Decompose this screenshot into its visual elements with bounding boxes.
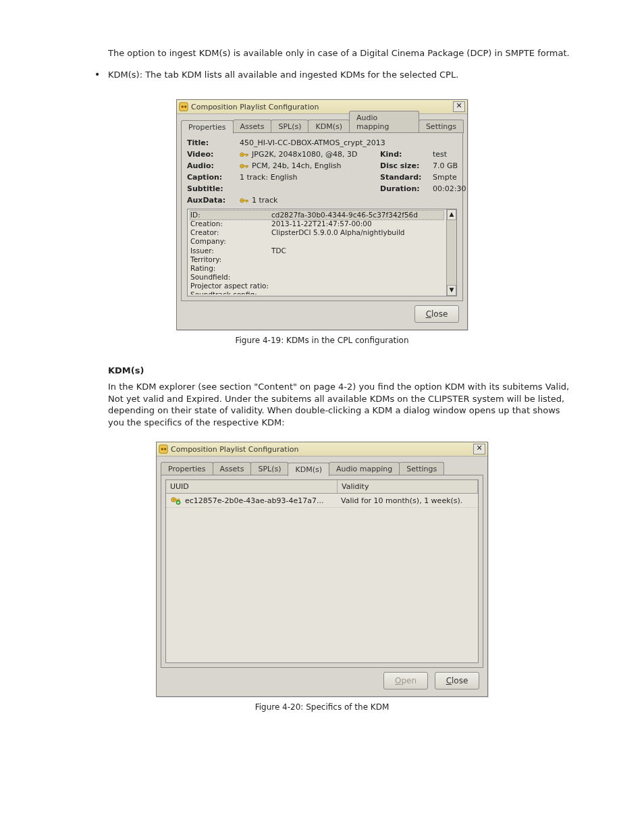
- metadata-row[interactable]: Company:: [190, 237, 444, 246]
- value-caption: 1 track: English: [240, 173, 375, 182]
- metadata-value: [271, 282, 444, 290]
- label-title: Title:: [187, 138, 234, 147]
- kdm-uuid: ec12857e-2b0e-43ae-ab93-4e17a7...: [185, 496, 337, 505]
- key-icon: [240, 162, 249, 170]
- tab-audio-mapping[interactable]: Audio mapping: [329, 462, 400, 475]
- value-audio-text: PCM, 24b, 14ch, English: [252, 161, 342, 170]
- metadata-row[interactable]: Creator: ClipsterDCI 5.9.0.0 Alpha/night…: [190, 228, 444, 237]
- tab-spls[interactable]: SPL(s): [250, 462, 288, 475]
- metadata-row[interactable]: Territory:: [190, 255, 444, 264]
- label-auxdata: AuxData:: [187, 196, 234, 205]
- label-kind: Kind:: [380, 150, 427, 159]
- kdm-valid-icon: [170, 496, 181, 505]
- metadata-label: Creator:: [190, 228, 271, 237]
- open-button[interactable]: Open: [383, 672, 428, 689]
- metadata-listbox[interactable]: ID: cd2827fa-30b0-4344-9c46-5c37f342f56d…: [187, 209, 457, 296]
- metadata-value: [271, 255, 444, 264]
- metadata-label: Projector aspect ratio:: [190, 282, 271, 290]
- label-video: Video:: [187, 150, 234, 159]
- dialog2-close-icon[interactable]: ✕: [473, 444, 485, 454]
- metadata-label: ID:: [190, 211, 271, 219]
- metadata-value: cd2827fa-30b0-4344-9c46-5c37f342f56d: [271, 211, 444, 219]
- metadata-value: 2013-11-22T21:47:57-00:00: [271, 219, 444, 228]
- metadata-row[interactable]: Soundtrack config:: [190, 290, 444, 294]
- dialog1-titlebar: Composition Playlist Configuration ✕: [177, 100, 467, 114]
- kdm-paragraph: In the KDM explorer (see section "Conten…: [108, 381, 576, 428]
- close-button[interactable]: Close: [435, 672, 479, 689]
- metadata-value: [271, 273, 444, 282]
- label-duration: Duration:: [380, 184, 427, 193]
- dialog-cpl-config-kdms: Composition Playlist Configuration ✕ Pro…: [156, 442, 488, 697]
- tab-kdms[interactable]: KDM(s): [288, 463, 329, 476]
- dialog2-title: Composition Playlist Configuration: [171, 445, 471, 454]
- tab-spls[interactable]: SPL(s): [271, 120, 308, 133]
- tab-properties[interactable]: Properties: [161, 462, 213, 475]
- app-icon: [179, 102, 188, 111]
- bullet-kdm: • KDM(s): The tab KDM lists all availabl…: [95, 69, 576, 81]
- value-discsize: 7.0 GB: [433, 161, 487, 170]
- label-discsize: Disc size:: [380, 161, 427, 170]
- value-video-text: JPG2K, 2048x1080, @48, 3D: [252, 150, 358, 159]
- metadata-row[interactable]: ID: cd2827fa-30b0-4344-9c46-5c37f342f56d: [190, 211, 444, 219]
- tab-assets[interactable]: Assets: [213, 462, 252, 475]
- tab-settings[interactable]: Settings: [419, 120, 464, 133]
- bullet-dot: •: [95, 69, 108, 81]
- metadata-label: Rating:: [190, 264, 271, 273]
- value-standard: Smpte: [433, 173, 487, 182]
- kdm-heading: KDM(s): [108, 365, 576, 375]
- close-button[interactable]: Close: [414, 305, 459, 323]
- column-uuid[interactable]: UUID: [166, 480, 338, 493]
- metadata-label: Territory:: [190, 255, 271, 264]
- bullet-text: KDM(s): The tab KDM lists all available …: [108, 69, 576, 81]
- dialog1-tabbar: Properties Assets SPL(s) KDM(s) Audio ma…: [181, 118, 463, 133]
- column-validity[interactable]: Validity: [338, 480, 478, 493]
- tab-assets[interactable]: Assets: [233, 120, 272, 133]
- value-video: JPG2K, 2048x1080, @48, 3D: [240, 150, 375, 159]
- value-duration: 00:02:30: [433, 184, 487, 193]
- value-title: 450_HI-VI-CC-DBOX-ATMOS_crypt_2013: [240, 138, 487, 147]
- value-kind: test: [433, 150, 487, 159]
- value-auxdata-text: 1 track: [252, 196, 278, 205]
- metadata-label: Issuer:: [190, 246, 271, 255]
- key-icon: [240, 151, 249, 159]
- metadata-row[interactable]: Creation: 2013-11-22T21:47:57-00:00: [190, 219, 444, 228]
- tab-kdms[interactable]: KDM(s): [308, 120, 350, 133]
- kdm-row[interactable]: ec12857e-2b0e-43ae-ab93-4e17a7... Valid …: [166, 494, 478, 508]
- scroll-up-icon[interactable]: ▲: [447, 209, 456, 220]
- kdm-table: UUID Validity ec12857e-2b0e-43ae-ab93-4e…: [165, 479, 479, 663]
- metadata-value: ClipsterDCI 5.9.0.0 Alpha/nightlybuild: [271, 228, 444, 237]
- kdm-validity: Valid for 10 month(s), 1 week(s).: [341, 496, 474, 505]
- dialog2-titlebar: Composition Playlist Configuration ✕: [157, 442, 487, 457]
- metadata-label: Company:: [190, 237, 271, 246]
- metadata-row[interactable]: Soundfield:: [190, 273, 444, 282]
- metadata-value: [271, 237, 444, 246]
- label-standard: Standard:: [380, 173, 427, 182]
- metadata-row[interactable]: Rating:: [190, 264, 444, 273]
- dialog1-close-icon[interactable]: ✕: [453, 101, 465, 112]
- metadata-row[interactable]: Projector aspect ratio:: [190, 282, 444, 290]
- tab-settings[interactable]: Settings: [399, 462, 444, 475]
- tab-audio-mapping[interactable]: Audio mapping: [349, 111, 419, 133]
- scroll-down-icon[interactable]: ▼: [447, 285, 456, 296]
- label-audio: Audio:: [187, 161, 234, 170]
- key-icon: [240, 197, 249, 205]
- scrollbar[interactable]: ▲ ▼: [446, 209, 456, 296]
- dialog1-tabpanel: Title: 450_HI-VI-CC-DBOX-ATMOS_crypt_201…: [181, 133, 463, 301]
- dialog2-tabbar: Properties Assets SPL(s) KDM(s) Audio ma…: [161, 461, 483, 475]
- metadata-label: Soundtrack config:: [190, 290, 271, 294]
- dialog1-title: Composition Playlist Configuration: [191, 103, 450, 111]
- label-subtitle: Subtitle:: [187, 184, 234, 193]
- tab-properties[interactable]: Properties: [181, 120, 234, 134]
- metadata-value: [271, 264, 444, 273]
- figure1-caption: Figure 4-19: KDMs in the CPL configurati…: [0, 336, 644, 345]
- dialog2-tabpanel: UUID Validity ec12857e-2b0e-43ae-ab93-4e…: [161, 475, 483, 668]
- close-button-label-rest: lose: [431, 309, 448, 319]
- intro-paragraph: The option to ingest KDM(s) is available…: [108, 47, 576, 59]
- metadata-label: Creation:: [190, 219, 271, 228]
- metadata-row[interactable]: Issuer: TDC: [190, 246, 444, 255]
- close-button-label-rest2: lose: [452, 676, 468, 685]
- value-audio: PCM, 24b, 14ch, English: [240, 161, 375, 170]
- app-icon: [159, 444, 168, 454]
- metadata-value: TDC: [271, 246, 444, 255]
- metadata-value: [271, 290, 444, 294]
